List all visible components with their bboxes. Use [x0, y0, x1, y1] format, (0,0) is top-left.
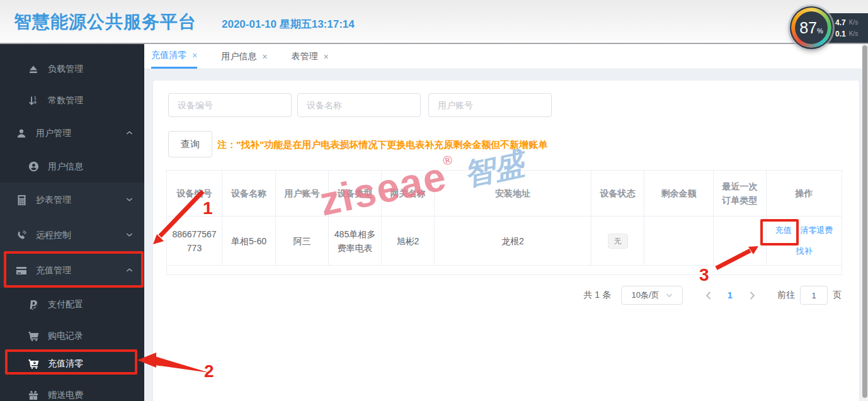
- cell-device-no: 886677567773: [167, 217, 222, 266]
- note-text: 注："找补"功能是在用户电表损坏情况下更换电表补充原剩余金额但不新增账单: [217, 139, 547, 150]
- cell-gateway-name: 旭彬2: [382, 217, 435, 266]
- sidebar-item-label: 远程控制: [36, 230, 71, 241]
- sidebar-nav: 负载管理 19 常数管理 用户管理 用户信息: [0, 44, 144, 401]
- sidebar-item-remote-control[interactable]: 远程控制: [0, 218, 144, 252]
- device-name-input[interactable]: [297, 93, 421, 117]
- sidebar-item-label: 用户信息: [48, 161, 83, 172]
- cell-device-name: 单相5-60: [222, 217, 276, 266]
- goto-page-input[interactable]: [800, 286, 828, 305]
- user-circle-icon: [28, 161, 39, 172]
- device-no-input[interactable]: [168, 93, 292, 117]
- tab-label: 表管理: [291, 51, 317, 62]
- sidebar-item-recharge-mgmt[interactable]: 充值管理: [0, 254, 144, 287]
- chevron-down-icon: [666, 293, 673, 298]
- user-account-input[interactable]: [428, 93, 552, 117]
- table-row: 886677567773 单相5-60 阿三 485单相多费率电表 旭彬2 龙根…: [167, 217, 842, 266]
- chevron-down-icon: [126, 232, 133, 237]
- page-number[interactable]: 1: [721, 290, 740, 300]
- col-install-address: 安装地址: [435, 171, 591, 217]
- eject-icon: [28, 64, 39, 75]
- col-user-account: 用户账号: [276, 171, 329, 217]
- device-table: 设备编号 设备名称 用户账号 设备类型 网关名称 安装地址 设备状态 剩余金额 …: [166, 170, 842, 275]
- app-header: 智慧能源公共服务平台 2020-01-10 星期五13:17:14: [0, 0, 868, 44]
- page-size-value: 10条/页: [631, 290, 659, 301]
- col-device-status: 设备状态: [591, 171, 644, 217]
- table-scroll-gutter: [167, 266, 842, 275]
- next-page-icon[interactable]: [743, 291, 761, 300]
- svg-text:1: 1: [34, 96, 37, 100]
- sidebar-item-constant-mgmt[interactable]: 19 常数管理: [0, 84, 144, 117]
- sidebar-item-user-info[interactable]: 用户信息: [0, 150, 144, 183]
- sidebar-item-label: 充值管理: [36, 265, 71, 276]
- gauge-percent: 87: [799, 19, 817, 37]
- user-icon: [16, 128, 27, 139]
- query-button[interactable]: 查询: [168, 131, 212, 157]
- tab-user-info[interactable]: 用户信息 ×: [221, 44, 267, 69]
- sidebar-item-label: 赠送电费: [48, 390, 83, 401]
- prev-page-icon[interactable]: [699, 291, 717, 300]
- table-header-row: 设备编号 设备名称 用户账号 设备类型 网关名称 安装地址 设备状态 剩余金额 …: [167, 171, 842, 217]
- phone-icon: [16, 230, 27, 241]
- page-unit-label: 页: [833, 290, 842, 301]
- sort-numeric-icon: 19: [28, 95, 39, 106]
- page-title: 智慧能源公共服务平台: [14, 10, 197, 34]
- tab-bar: 充值清零 × 用户信息 × 表管理 ×: [144, 44, 868, 69]
- recharge-link[interactable]: 充值: [775, 223, 792, 237]
- chevron-up-icon: [126, 130, 133, 135]
- col-device-no: 设备编号: [167, 171, 222, 217]
- sidebar-item-gift-electricity[interactable]: 赠送电费: [0, 378, 144, 401]
- scrollbar-thumb[interactable]: [862, 45, 867, 398]
- paypal-icon: [28, 299, 39, 310]
- download-speed-value: 0.1: [835, 30, 846, 38]
- col-device-name: 设备名称: [222, 171, 276, 217]
- total-count: 共 1 条: [583, 290, 611, 301]
- gift-icon: [28, 390, 39, 401]
- clear-refund-link[interactable]: 清零退费: [801, 223, 833, 237]
- sidebar-item-label: 购电记录: [48, 330, 83, 342]
- cell-user-account: 阿三: [276, 217, 329, 266]
- cart-icon: [28, 330, 39, 342]
- cell-actions: 充值 清零退费 找补: [767, 217, 842, 266]
- meter-icon: [16, 195, 27, 206]
- sidebar-item-label: 负载管理: [48, 64, 83, 75]
- goto-label: 前往: [777, 290, 795, 301]
- pagination: 共 1 条 10条/页 1 前往 页: [166, 285, 842, 305]
- close-icon[interactable]: ×: [323, 52, 328, 62]
- main-content: 查询 注："找补"功能是在用户电表损坏情况下更换电表补充原剩余金额但不新增账单 …: [144, 69, 868, 401]
- cpu-gauge-widget: 87 %: [790, 6, 833, 49]
- app-window: 智慧能源公共服务平台 2020-01-10 星期五13:17:14 4.7 K/…: [0, 0, 868, 401]
- scrollbar-track: [862, 44, 868, 401]
- tab-meter-mgmt[interactable]: 表管理 ×: [291, 44, 328, 69]
- header-datetime: 2020-01-10 星期五13:17:14: [222, 17, 355, 31]
- sidebar-item-payment-config[interactable]: 支付配置: [0, 288, 144, 321]
- col-device-type: 设备类型: [329, 171, 382, 217]
- upload-speed-unit: K/s: [849, 19, 858, 26]
- close-icon[interactable]: ×: [262, 52, 267, 62]
- tab-label: 用户信息: [221, 51, 256, 62]
- gauge-percent-unit: %: [817, 27, 823, 35]
- upload-speed-value: 4.7: [835, 18, 846, 27]
- col-balance: 剩余金额: [644, 171, 714, 217]
- close-icon[interactable]: ×: [192, 50, 197, 60]
- download-speed-unit: K/s: [849, 30, 858, 37]
- tab-recharge-clear[interactable]: 充值清零 ×: [151, 44, 197, 69]
- status-badge: 无: [608, 234, 628, 249]
- sidebar-item-label: 用户管理: [36, 128, 71, 139]
- tab-label: 充值清零: [151, 50, 186, 61]
- cell-last-order-type: [714, 217, 767, 266]
- content-card: 查询 注："找补"功能是在用户电表损坏情况下更换电表补充原剩余金额但不新增账单 …: [153, 81, 859, 401]
- chevron-down-icon: [126, 197, 133, 202]
- cell-install-address: 龙根2: [435, 217, 591, 266]
- col-gateway-name: 网关名称: [382, 171, 435, 217]
- cell-device-type: 485单相多费率电表: [329, 217, 382, 266]
- sidebar-item-recharge-clear[interactable]: 充值清零: [0, 347, 144, 380]
- sidebar-item-user-mgmt[interactable]: 用户管理: [0, 116, 144, 150]
- col-actions: 操作: [767, 171, 842, 217]
- sidebar-item-label: 支付配置: [48, 299, 83, 310]
- compensate-link[interactable]: 找补: [796, 246, 813, 256]
- page-size-select[interactable]: 10条/页: [621, 286, 683, 305]
- sidebar-item-label: 充值清零: [48, 358, 83, 370]
- sidebar-item-load-mgmt[interactable]: 负载管理: [0, 52, 144, 86]
- sidebar-item-meter-reading[interactable]: 抄表管理: [0, 183, 144, 217]
- cell-device-status: 无: [591, 217, 644, 266]
